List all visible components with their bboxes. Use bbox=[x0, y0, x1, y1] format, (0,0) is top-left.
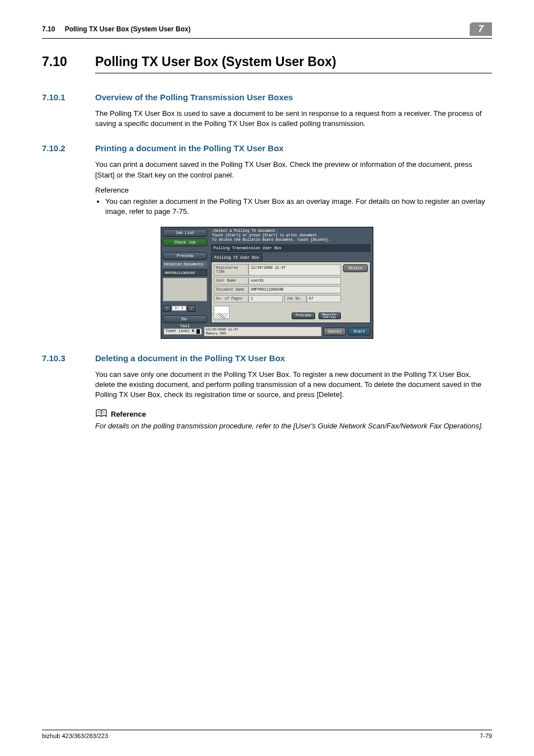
toner-level: Toner Level K bbox=[163, 328, 202, 335]
preview-button[interactable]: Preview bbox=[292, 312, 315, 319]
toner-gauge-icon bbox=[196, 329, 200, 334]
sec2-body: You can print a document saved in the Po… bbox=[95, 160, 492, 180]
pages-label: No. of Pages bbox=[214, 295, 249, 302]
sec3-number: 7.10.3 bbox=[42, 353, 95, 363]
reference-heading: Reference bbox=[111, 410, 146, 418]
detail-button[interactable]: De- tail bbox=[163, 315, 207, 323]
device-screenshot: Job List Check Job Preview Selected Docu… bbox=[161, 227, 373, 338]
sub-tab[interactable]: Polling TX User Box bbox=[211, 253, 263, 262]
selected-docs-list-area bbox=[163, 278, 207, 301]
job-list-button[interactable]: Job List bbox=[163, 229, 207, 237]
job-no-label: Job No. bbox=[284, 295, 307, 302]
reg-time-label: Registered Time bbox=[214, 264, 249, 276]
status-datetime: 12/29/2009 11:47 Memory 99% bbox=[204, 326, 322, 337]
sec3-title: Deleting a document in the Polling TX Us… bbox=[95, 353, 285, 363]
doc-name-value: SMFP09111309190 bbox=[249, 286, 341, 293]
footer-model: bizhub 423/363/283/223 bbox=[42, 732, 108, 739]
reg-time-value: 12/29/2009 11:47 bbox=[249, 264, 341, 276]
selected-docs-header: Selected Documents bbox=[163, 262, 207, 268]
sec2-title: Printing a document in the Polling TX Us… bbox=[95, 143, 284, 153]
header-section-num: 7.10 bbox=[42, 25, 55, 33]
reference-body: For details on the polling transmission … bbox=[95, 421, 492, 431]
sec1-number: 7.10.1 bbox=[42, 92, 95, 102]
job-no-value: 57 bbox=[307, 295, 341, 302]
doc-name-label: Document Name bbox=[214, 286, 249, 293]
page-running-header: 7.10 Polling TX User Box (System User Bo… bbox=[42, 22, 492, 39]
h1-title: Polling TX User Box (System User Box) bbox=[95, 54, 492, 73]
page-up-button[interactable]: ↑ bbox=[163, 305, 171, 312]
pager-text: 1/ 1 bbox=[172, 306, 186, 311]
user-name-label: User Name bbox=[214, 277, 249, 284]
document-thumbnail bbox=[214, 306, 229, 319]
sec1-title: Overview of the Polling Transmission Use… bbox=[95, 92, 293, 102]
start-button[interactable]: Start bbox=[348, 328, 371, 335]
sec2-bullet-1: You can register a document in the Polli… bbox=[105, 197, 492, 217]
header-section-title: Polling TX User Box (System User Box) bbox=[65, 25, 191, 33]
cancel-button[interactable]: Cancel bbox=[324, 328, 346, 335]
h1-number: 7.10 bbox=[42, 54, 95, 73]
footer-page: 7-79 bbox=[480, 732, 492, 739]
sec2-number: 7.10.2 bbox=[42, 143, 95, 153]
delete-button[interactable]: Delete bbox=[343, 264, 368, 272]
main-tab[interactable]: Polling Transmission User Box bbox=[211, 244, 371, 252]
book-icon bbox=[95, 409, 107, 419]
sec2-reference-label: Reference bbox=[95, 186, 492, 194]
check-job-button[interactable]: Check Job bbox=[163, 239, 207, 246]
preview-left-button[interactable]: Preview bbox=[163, 252, 207, 260]
page-down-button[interactable]: ↓ bbox=[188, 305, 195, 312]
pages-value: 1 bbox=[249, 295, 283, 302]
sec1-body: The Polling TX User Box is used to save … bbox=[95, 109, 492, 129]
sec3-body: You can save only one document in the Po… bbox=[95, 370, 492, 400]
screen-banner: ◆Select a Polling TX document. Touch [St… bbox=[211, 229, 371, 242]
register-overlay-button[interactable]: Register Overlay bbox=[318, 312, 341, 319]
chapter-badge: 7 bbox=[470, 22, 492, 36]
user-name-value: user01 bbox=[249, 277, 341, 284]
selected-doc-item[interactable]: SMFP09111309190 bbox=[163, 269, 207, 276]
